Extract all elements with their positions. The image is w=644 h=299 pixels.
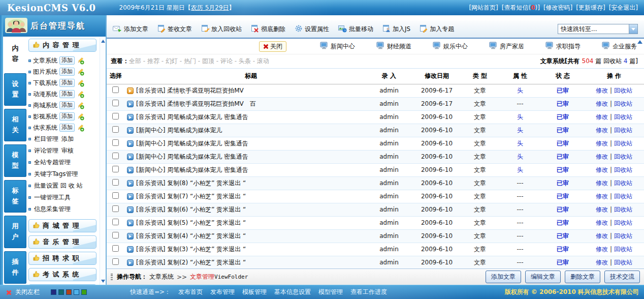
manage-link-extra[interactable]: 添加: [61, 135, 74, 143]
footer-quick-link[interactable]: 查看工作进度: [350, 288, 387, 296]
module-group-button[interactable]: 音 乐 管 理: [28, 235, 96, 249]
article-title-link[interactable]: [音乐资讯] 柔情歌手裘亚明花巨资拍MV: [136, 87, 244, 94]
row-status-link[interactable]: 已审: [557, 140, 569, 147]
row-status-link[interactable]: 已审: [557, 219, 569, 226]
sidebar-scrollbar[interactable]: [100, 38, 106, 285]
link-messages[interactable]: [查看短信(0)]: [502, 4, 540, 12]
row-edit-link[interactable]: 修改: [596, 153, 608, 160]
system-link[interactable]: 图片系统: [33, 68, 57, 76]
row-recycle-link[interactable]: 回收站: [614, 113, 632, 121]
system-add-button[interactable]: 添加: [59, 68, 75, 76]
article-title-link[interactable]: [音乐资讯] 复制(5) “小柏芝” 贡米退出 “: [136, 219, 246, 226]
row-recycle-link[interactable]: 回收站: [614, 232, 632, 240]
filter-link[interactable]: 热门: [184, 57, 196, 65]
link-refresh-cache[interactable]: [更新缓存]: [576, 4, 605, 12]
row-status-link[interactable]: 已审: [557, 166, 569, 173]
row-edit-link[interactable]: 修改: [596, 232, 608, 240]
manage-link[interactable]: 信息采集管理: [34, 205, 71, 214]
row-edit-link[interactable]: 修改: [596, 113, 608, 121]
row-status-link[interactable]: 已审: [557, 232, 569, 240]
close-left-panel[interactable]: 关闭左栏: [0, 288, 107, 296]
row-checkbox[interactable]: [112, 219, 119, 225]
article-title-link[interactable]: [音乐资讯] 复制(8) “小柏芝” 贡米退出 “: [136, 180, 246, 187]
manage-link[interactable]: 全站专题管理: [34, 158, 71, 167]
row-edit-link[interactable]: 修改: [596, 193, 608, 200]
manage-link[interactable]: 评论管理: [34, 146, 58, 155]
manage-link-extra[interactable]: 审核: [61, 146, 74, 155]
row-recycle-link[interactable]: 回收站: [614, 219, 632, 226]
row-status-link[interactable]: 已审: [557, 127, 569, 134]
tech-exchange-button[interactable]: 技术交流: [604, 271, 640, 283]
add-article-button[interactable]: 添加文章: [113, 24, 148, 34]
sidebar-tab[interactable]: 内容: [4, 38, 26, 70]
pencil-add-icon[interactable]: [77, 79, 84, 87]
article-title-link[interactable]: [新闻中心] 周笔畅成为媒体宠儿 密集通告: [136, 166, 248, 173]
row-checkbox[interactable]: [112, 113, 119, 119]
group-content-management[interactable]: 内 容 管 理: [28, 39, 96, 52]
article-title-link[interactable]: [音乐资讯] 柔情歌手裘亚明花巨资拍MV 百: [136, 100, 256, 107]
article-title-link[interactable]: [音乐资讯] 复制(7) “小柏芝” 贡米退出 “: [136, 193, 246, 200]
breadcrumb-module[interactable]: 文章系统: [149, 273, 174, 281]
row-recycle-link[interactable]: 回收站: [614, 127, 632, 134]
theme-color-swatch[interactable]: [51, 289, 56, 295]
row-recycle-link[interactable]: 回收站: [614, 87, 632, 94]
row-recycle-link[interactable]: 回收站: [614, 100, 632, 107]
article-title-link[interactable]: [音乐资讯] 复制(6) “小柏芝” 贡米退出 “: [136, 206, 246, 213]
row-status-link[interactable]: 已审: [557, 180, 569, 187]
add-article-bottom-button[interactable]: 添加文章: [486, 271, 521, 283]
row-edit-link[interactable]: 修改: [596, 206, 608, 213]
system-link[interactable]: 商城系统: [33, 101, 57, 110]
footer-quick-link[interactable]: 模型管理: [318, 288, 343, 296]
row-recycle-link[interactable]: 回收站: [614, 166, 632, 173]
pencil-add-icon[interactable]: [77, 113, 84, 121]
manage-link[interactable]: 一键管理工具: [34, 193, 71, 202]
pencil-add-icon[interactable]: [77, 91, 84, 98]
row-recycle-link[interactable]: 回收站: [614, 153, 632, 160]
theme-color-swatch[interactable]: [81, 289, 87, 295]
add-to-js-button[interactable]: 加入JS: [382, 24, 410, 34]
row-edit-link[interactable]: 修改: [596, 127, 608, 134]
row-status-link[interactable]: 已审: [557, 100, 569, 107]
sidebar-tab[interactable]: 相关: [4, 109, 26, 141]
footer-quick-link[interactable]: 模板管理: [242, 288, 267, 296]
system-link[interactable]: 动漫系统: [33, 90, 57, 99]
lunar-date-link[interactable]: 农历 5月29日: [191, 4, 229, 11]
scroll-up-icon[interactable]: [101, 40, 105, 43]
row-checkbox[interactable]: [112, 205, 119, 212]
link-site-home[interactable]: [网站首页]: [469, 4, 498, 12]
row-status-link[interactable]: 已审: [557, 113, 569, 121]
channel-item[interactable]: 求职指导: [545, 42, 581, 51]
theme-color-swatch[interactable]: [74, 289, 79, 295]
row-edit-link[interactable]: 修改: [596, 100, 608, 107]
row-checkbox[interactable]: [112, 245, 119, 252]
channel-item[interactable]: 娱乐中心: [433, 42, 468, 51]
system-link[interactable]: 影视系统: [33, 112, 57, 121]
row-recycle-link[interactable]: 回收站: [614, 193, 632, 200]
article-title-link[interactable]: [音乐资讯] 复制(3) “小柏芝” 贡米退出 “: [136, 246, 246, 253]
sidebar-tab[interactable]: 用户: [4, 216, 26, 248]
manage-link[interactable]: 批量设置 回 收 站: [34, 182, 82, 190]
row-status-link[interactable]: 已审: [557, 193, 569, 200]
row-checkbox[interactable]: [112, 126, 119, 133]
channel-item[interactable]: 房产家居: [489, 42, 524, 51]
footer-quick-link[interactable]: 发布首页: [178, 288, 203, 296]
article-title-link[interactable]: [新闻中心] 周笔畅成为媒体宠儿 密集通告: [136, 153, 248, 160]
row-checkbox[interactable]: [112, 192, 119, 199]
filter-link[interactable]: 幻灯: [166, 57, 178, 65]
row-recycle-link[interactable]: 回收站: [614, 246, 632, 253]
combo-dropdown-button[interactable]: [629, 24, 637, 34]
system-add-button[interactable]: 添加: [59, 79, 75, 87]
filter-link[interactable]: 评论: [220, 57, 233, 65]
row-checkbox[interactable]: [112, 166, 119, 172]
row-recycle-link[interactable]: 回收站: [614, 140, 632, 147]
module-group-button[interactable]: 考 试 系 统: [28, 268, 96, 281]
row-edit-link[interactable]: 修改: [596, 87, 608, 94]
channel-item[interactable]: 企业服务: [602, 42, 637, 51]
manage-link[interactable]: 栏目管理: [34, 135, 58, 143]
filter-link[interactable]: 头条: [239, 57, 251, 65]
system-add-button[interactable]: 添加: [59, 90, 75, 98]
row-status-link[interactable]: 已审: [557, 87, 569, 94]
link-change-password[interactable]: [修改密码]: [543, 4, 572, 12]
module-group-button[interactable]: 招 聘 求 职: [28, 252, 96, 265]
sign-article-button[interactable]: 签收文章: [157, 24, 192, 34]
